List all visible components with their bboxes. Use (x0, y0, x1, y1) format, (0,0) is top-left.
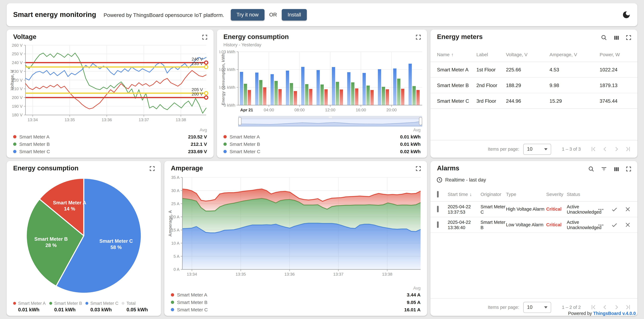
legend-item[interactable]: Smart Meter C16.01 A (171, 306, 420, 313)
timewindow-button[interactable]: Realtime - last day (436, 177, 486, 183)
svg-text:25 A: 25 A (171, 202, 180, 206)
column-header[interactable]: Voltage, V (506, 52, 550, 57)
legend-dot-icon (13, 302, 16, 304)
svg-text:Apr 21: Apr 21 (240, 108, 253, 112)
select-all-checkbox[interactable] (437, 191, 438, 198)
row-checkbox[interactable] (437, 206, 438, 212)
clear-icon[interactable] (625, 222, 631, 228)
fullscreen-icon[interactable] (149, 166, 155, 172)
more-icon[interactable] (598, 222, 604, 228)
last-page-icon[interactable] (624, 304, 632, 311)
legend-header: Avg (224, 127, 421, 133)
table-cell: 2nd Floor (476, 82, 506, 88)
pie-legend-item[interactable]: Smart Meter C0.03 kWh (85, 301, 122, 312)
column-header[interactable]: Severity (546, 192, 567, 197)
svg-text:13:35: 13:35 (64, 118, 75, 122)
legend-dot-icon (85, 302, 88, 304)
previous-page-icon[interactable] (601, 304, 608, 311)
alarm-row[interactable]: 2025-04-2213:36:40Smart Meter BLow Volta… (430, 217, 638, 233)
previous-page-icon[interactable] (601, 145, 608, 153)
legend-header: Avg (13, 127, 207, 133)
legend-dot-icon (171, 301, 174, 304)
legend-item[interactable]: Smart Meter B212.1 V (13, 140, 207, 148)
widget-title: Amperage (171, 165, 203, 172)
table-row[interactable]: Smart Meter C3rd Floor244.9615.293745.44 (430, 93, 638, 109)
legend-item[interactable]: Smart Meter A3.44 A (171, 291, 420, 298)
legend-item[interactable]: Smart Meter A210.52 V (13, 133, 207, 140)
first-page-icon[interactable] (590, 304, 597, 311)
alarm-status: ActiveUnacknowledged (567, 204, 602, 214)
table-cell: 1022.24 (600, 67, 631, 72)
energy-consumption-bar-widget: Energy consumption History - Yesterday 0… (217, 30, 427, 158)
widget-title: Voltage (13, 33, 36, 40)
legend-item[interactable]: Smart Meter C233.69 V (13, 148, 207, 155)
column-header[interactable]: Power, W (600, 52, 631, 57)
svg-text:180 V: 180 V (12, 112, 23, 117)
column-header[interactable]: Start time↓ (448, 192, 480, 197)
fullscreen-icon[interactable] (415, 34, 421, 40)
legend-value: 0.01 kWh (400, 134, 421, 139)
column-header[interactable]: Originator (480, 192, 506, 197)
filter-icon[interactable] (600, 166, 608, 172)
svg-text:13:38: 13:38 (176, 118, 186, 122)
acknowledge-icon[interactable] (611, 222, 618, 228)
column-header[interactable]: Name↑ (437, 52, 476, 57)
pie-legend-item[interactable]: Total0.05 kWh (122, 301, 158, 312)
alarm-row[interactable]: 2025-04-2213:37:53Smart Meter CHigh Volt… (430, 202, 638, 217)
brush-handle-right[interactable] (419, 117, 422, 125)
fullscreen-icon[interactable] (626, 166, 632, 172)
svg-text:205 V: 205 V (192, 87, 203, 92)
alarm-status: ActiveUnacknowledged (567, 220, 602, 230)
table-row[interactable]: Smart Meter B2nd Floor188.299.981879.13 (430, 78, 638, 93)
legend-label: Total (126, 301, 136, 306)
next-page-icon[interactable] (613, 304, 620, 311)
pie-legend-item[interactable]: Smart Meter B0.01 kWh (49, 301, 86, 312)
moon-icon[interactable] (622, 10, 631, 20)
energy-bar-legend: AvgSmart Meter A0.01 kWhSmart Meter B0.0… (224, 127, 421, 155)
items-per-page-label: Items per page: (488, 146, 519, 152)
brush-handle-left[interactable] (238, 117, 241, 125)
alarms-table: Start time↓OriginatorTypeSeverityStatus2… (430, 187, 638, 233)
legend-label: Smart Meter B (54, 301, 82, 306)
legend-item[interactable]: Smart Meter C0.02 kWh (224, 148, 421, 155)
acknowledge-icon[interactable] (611, 206, 618, 212)
table-cell: 1879.13 (600, 82, 631, 88)
try-it-now-button[interactable]: Try it now (231, 9, 264, 20)
legend-item[interactable]: Smart Meter B9.05 A (171, 299, 420, 306)
view-columns-icon[interactable] (613, 166, 620, 172)
legend-item[interactable]: Smart Meter A0.01 kWh (224, 133, 421, 140)
fullscreen-icon[interactable] (626, 34, 632, 40)
table-cell: 9.98 (550, 82, 600, 88)
brush-scrollbar[interactable] (238, 116, 422, 126)
legend-label: Smart Meter B (19, 142, 50, 146)
column-header[interactable]: Label (476, 52, 506, 57)
column-header[interactable]: Status (567, 192, 602, 197)
column-header[interactable]: Type (506, 192, 546, 197)
clear-icon[interactable] (625, 206, 631, 212)
page-size-select[interactable]: 10 (523, 302, 551, 313)
page-size-select[interactable]: 10 (523, 144, 551, 155)
chevron-down-icon (544, 306, 548, 308)
search-icon[interactable] (588, 166, 595, 172)
last-page-icon[interactable] (624, 145, 632, 153)
column-header[interactable]: Amperage, V (550, 52, 600, 57)
powered-by-footer: Powered by ThingsBoard v.4.0.0 (568, 311, 636, 316)
legend-dot-icon (13, 135, 16, 138)
table-row[interactable]: Smart Meter A1st Floor225.664.531022.24 (430, 62, 638, 78)
svg-text:0 A: 0 A (174, 267, 180, 272)
pie-legend-item[interactable]: Smart Meter A0.01 kWh (13, 301, 49, 312)
fullscreen-icon[interactable] (202, 34, 208, 40)
legend-label: Smart Meter A (230, 134, 260, 139)
page-range-label: 1 – 3 of 3 (562, 146, 581, 152)
search-icon[interactable] (600, 34, 608, 41)
row-checkbox[interactable] (437, 222, 438, 228)
first-page-icon[interactable] (590, 145, 597, 153)
install-button[interactable]: Install (282, 9, 307, 20)
fullscreen-icon[interactable] (415, 166, 421, 172)
next-page-icon[interactable] (613, 145, 620, 153)
view-columns-icon[interactable] (613, 34, 620, 41)
svg-text:13:37: 13:37 (333, 272, 344, 276)
more-icon[interactable] (598, 206, 604, 212)
thingsboard-version-link[interactable]: ThingsBoard v.4.0.0 (593, 311, 636, 316)
legend-item[interactable]: Smart Meter B0.01 kWh (224, 140, 421, 148)
